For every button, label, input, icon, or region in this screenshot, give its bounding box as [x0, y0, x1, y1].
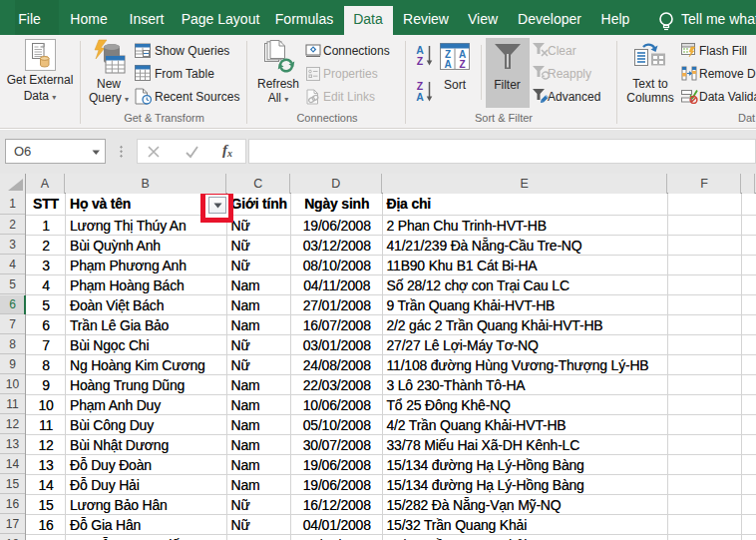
svg-text:A: A	[459, 49, 466, 60]
svg-text:Z: Z	[417, 55, 424, 67]
svg-text:A: A	[444, 59, 451, 70]
svg-text:A: A	[416, 91, 424, 103]
svg-text:A: A	[416, 44, 424, 56]
svg-text:Z: Z	[445, 49, 451, 60]
svg-text:Z: Z	[459, 59, 465, 70]
